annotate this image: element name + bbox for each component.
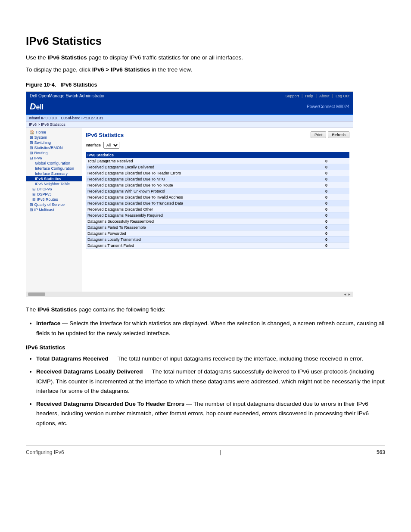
page-title: IPv6 Statistics <box>26 34 385 48</box>
expand-icon-4: ⊞ <box>30 151 33 155</box>
expand-icon-9: ⊞ <box>30 208 33 212</box>
powerconnect-label: PowerConnect M8024 <box>307 104 349 109</box>
table-row: Received Datagrams Discarded Due To Trun… <box>86 200 349 206</box>
expand-icon-7: ⊞ <box>32 197 36 202</box>
expand-icon-2: ⊞ <box>30 140 33 145</box>
table-row: Received Datagrams Discarded Other0 <box>86 206 349 212</box>
stat-value: 0 <box>324 230 349 236</box>
table-row: Received Datagrams Reassembly Required0 <box>86 212 349 218</box>
expand-icon-8: ⊞ <box>30 202 33 207</box>
stat-label: Received Datagrams With Unknown Protocol <box>86 188 324 194</box>
figure-label: Figure 10-4. IPv6 Statistics <box>26 82 385 88</box>
expand-icon: ⊞ <box>30 135 33 140</box>
stat-label: Datagrams Failed To Reassemble <box>86 224 324 230</box>
stat-value: 0 <box>324 200 349 206</box>
footer-left: Configuring IPv6 <box>26 449 64 455</box>
table-row: Datagrams Failed To Reassemble0 <box>86 224 349 230</box>
stat-value: 0 <box>324 224 349 230</box>
collapse-icon: ⊟ <box>30 156 33 160</box>
admin-title: Dell OpenManage Switch Administrator <box>30 93 105 98</box>
body-intro: The IPv6 Statistics page contains the fo… <box>26 305 385 314</box>
sidebar-item-routing[interactable]: ⊞ Routing <box>26 150 82 156</box>
stat-label: Total Datagrams Received <box>86 158 324 164</box>
refresh-button[interactable]: Refresh <box>328 131 349 138</box>
breadcrumb: IPv6 > IPv6 Statistics <box>29 122 65 127</box>
field-locally-delivered: Received Datagrams Locally Delivered — T… <box>36 367 385 396</box>
sep2: | <box>316 94 317 98</box>
interface-row: Interface All <box>86 142 349 149</box>
footer-separator: | <box>220 449 221 455</box>
content-title-bar: IPv6 Statistics Print Refresh <box>86 131 349 138</box>
sidebar-item-system[interactable]: ⊞ System <box>26 135 82 140</box>
sidebar-item-home[interactable]: 🏠 Home <box>26 130 82 135</box>
table-row: Received Datagrams Locally Delivered0 <box>86 164 349 170</box>
stat-value: 0 <box>324 158 349 164</box>
stat-value: 0 <box>324 176 349 182</box>
dell-logo-bar: Dell PowerConnect M8024 <box>26 100 353 115</box>
stat-value: 0 <box>324 236 349 243</box>
table-row: Total Datagrams Received0 <box>86 158 349 164</box>
stat-label: Datagrams Forwarded <box>86 230 324 236</box>
sep1: | <box>302 94 302 98</box>
inband-bar: Inband IP:0.0.0.0 Out-of-band IP:10.27.3… <box>26 115 353 121</box>
stats-field-list: Total Datagrams Received — The total num… <box>36 354 385 428</box>
sidebar-item-statistics[interactable]: ⊞ Statistics/RMON <box>26 145 82 150</box>
sidebar-item-iface-config[interactable]: Interface Configuration <box>26 166 82 171</box>
sidebar-item-iface-summary[interactable]: Interface Summary <box>26 171 82 176</box>
btn-row: Print Refresh <box>311 131 349 138</box>
stat-value: 0 <box>324 206 349 212</box>
table-row: Datagrams Successfully Reassembled0 <box>86 218 349 224</box>
about-link[interactable]: About <box>319 94 330 98</box>
stat-label: Received Datagrams Discarded Due To Inva… <box>86 194 324 200</box>
stat-value: 0 <box>324 170 349 176</box>
sidebar-item-ipv6-stats[interactable]: IPv6 Statistics <box>26 176 82 181</box>
help-link[interactable]: Help <box>305 94 313 98</box>
breadcrumb-bar: IPv6 > IPv6 Statistics <box>26 121 353 128</box>
field-list: Interface — Selects the interface for wh… <box>36 319 385 338</box>
stat-value: 0 <box>324 188 349 194</box>
sidebar-item-ipv6[interactable]: ⊟ IPv6 <box>26 156 82 161</box>
sidebar-item-ipv6-routes[interactable]: ⊞ IPv6 Routes <box>26 197 82 202</box>
expand-icon-6: ⊞ <box>32 192 36 196</box>
stat-label: Received Datagrams Discarded Other <box>86 206 324 212</box>
stat-value: 0 <box>324 218 349 224</box>
admin-header: Dell OpenManage Switch Administrator Sup… <box>26 92 353 100</box>
page-number: 563 <box>377 449 385 455</box>
print-button[interactable]: Print <box>311 131 327 138</box>
sidebar-item-global-config[interactable]: Global Configuration <box>26 161 82 166</box>
subsection-title: IPv6 Statistics <box>26 344 385 351</box>
outband-text: Out-of-band IP:10.27.3.31 <box>61 116 103 120</box>
stat-value: 0 <box>324 164 349 170</box>
stats-section-header: IPv6 Statistics <box>86 152 349 158</box>
page-footer: Configuring IPv6 | 563 <box>26 445 385 455</box>
stat-label: Datagrams Successfully Reassembled <box>86 218 324 224</box>
table-row: Received Datagrams Discarded Due To MTU0 <box>86 176 349 182</box>
expand-icon-5: ⊞ <box>32 187 36 191</box>
stat-value: 0 <box>324 243 349 249</box>
sidebar-item-multicast[interactable]: ⊞ IP Multicast <box>26 207 82 212</box>
interface-select[interactable]: All <box>103 142 119 149</box>
sidebar-item-ospfv3[interactable]: ⊞ OSPFv3 <box>26 192 82 197</box>
home-icon: 🏠 <box>30 130 34 134</box>
main-layout: 🏠 Home ⊞ System ⊞ Switching ⊞ Statistics… <box>26 128 353 292</box>
content-title: IPv6 Statistics <box>86 132 124 138</box>
stat-value: 0 <box>324 194 349 200</box>
sidebar: 🏠 Home ⊞ System ⊞ Switching ⊞ Statistics… <box>26 128 82 292</box>
scroll-bar-area: ◄ ► <box>26 292 353 297</box>
stat-value: 0 <box>324 182 349 188</box>
sidebar-item-switching[interactable]: ⊞ Switching <box>26 140 82 145</box>
table-row: Received Datagrams Discarded Due To Head… <box>86 170 349 176</box>
horizontal-scrollbar[interactable] <box>28 292 45 296</box>
expand-icon-3: ⊞ <box>30 146 33 150</box>
inband-text: Inband IP:0.0.0.0 <box>29 116 57 120</box>
interface-label: Interface <box>86 143 101 147</box>
table-row: Datagrams Forwarded0 <box>86 230 349 236</box>
sidebar-item-neighbor-table[interactable]: IPv6 Neighbor Table <box>26 181 82 187</box>
stat-label: Datagrams Locally Transmitted <box>86 236 324 243</box>
stat-label: Received Datagrams Discarded Due To MTU <box>86 176 324 182</box>
sidebar-item-dhcpv6[interactable]: ⊞ DHCPv6 <box>26 187 82 192</box>
stat-label: Received Datagrams Locally Delivered <box>86 164 324 170</box>
support-link[interactable]: Support <box>285 94 299 98</box>
logout-link[interactable]: Log Out <box>336 94 349 98</box>
sidebar-item-qos[interactable]: ⊞ Quality of Service <box>26 202 82 207</box>
